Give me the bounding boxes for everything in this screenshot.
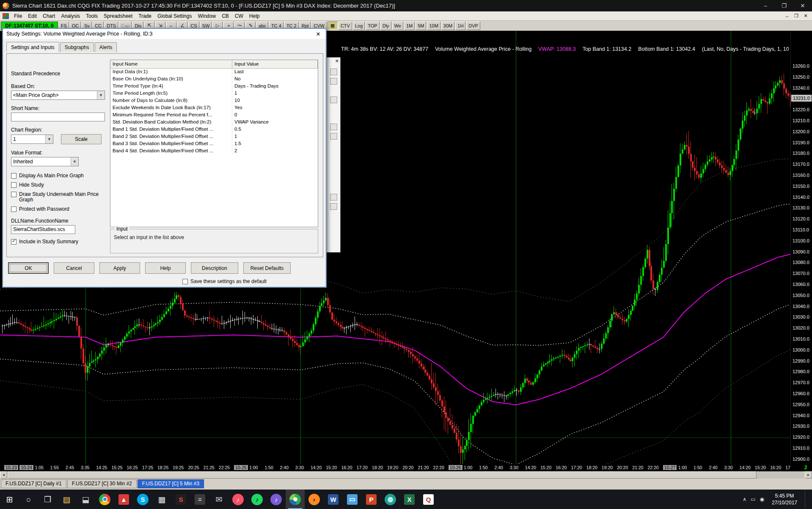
menu-item-global-settings[interactable]: Global Settings <box>154 12 195 20</box>
price-scale[interactable]: 13260.013250.013240.013230.013220.013210… <box>790 31 812 464</box>
taskbar-icon-chrome[interactable] <box>95 490 114 509</box>
close-button[interactable]: ✕ <box>793 0 812 11</box>
table-row[interactable]: Band 2 Std. Deviation Multiplier/Fixed O… <box>110 133 318 140</box>
help-button[interactable]: Help <box>145 262 186 274</box>
toolbar-button-item[interactable]: ▦ <box>328 22 338 30</box>
table-row[interactable]: Band 4 Std. Deviation Multiplier/Fixed O… <box>110 148 318 155</box>
tool-strip-button[interactable] <box>330 194 337 201</box>
dialog-title-bar[interactable]: Study Settings: Volume Weighted Average … <box>3 29 326 39</box>
toolbar-button-1m[interactable]: 1M <box>404 22 415 30</box>
checkbox-protect-with-password[interactable]: Protect with Password <box>11 206 109 212</box>
taskbar-icon-start[interactable]: ⊞ <box>0 490 19 509</box>
taskbar-icon-quora[interactable]: Q <box>419 490 438 509</box>
taskbar-icon-sheets-grid[interactable]: ▦ <box>152 490 171 509</box>
value-format-dropdown[interactable]: Inherited ▼ <box>11 157 79 166</box>
toolbar-button-we[interactable]: We <box>392 22 403 30</box>
taskbar-icon-word[interactable]: W <box>324 490 343 509</box>
taskbar-icon-pinned-app[interactable]: ▲ <box>114 490 133 509</box>
taskbar-icon-mail[interactable]: ✉ <box>209 490 228 509</box>
apply-button[interactable]: Apply <box>99 262 140 274</box>
mdi-restore-button[interactable]: ❐ <box>792 12 801 20</box>
checkbox-display-as-main-price-graph[interactable]: Display As Main Price Graph <box>11 173 109 179</box>
taskbar-icon-spotify[interactable]: ♪ <box>248 490 267 509</box>
reset-defaults-button[interactable]: Reset Defaults <box>243 262 291 274</box>
minimize-button[interactable]: – <box>756 0 775 11</box>
table-row[interactable]: Input Data (In:1)Last <box>110 69 318 76</box>
toolbar-button-log[interactable]: Log <box>353 22 365 30</box>
menu-item-edit[interactable]: Edit <box>25 12 40 20</box>
toolbar-button-10m[interactable]: 10M <box>427 22 440 30</box>
menu-item-cw[interactable]: CW <box>232 12 246 20</box>
menu-item-window[interactable]: Window <box>195 12 219 20</box>
tray-icon[interactable]: ◉ <box>760 496 764 502</box>
menu-item-file[interactable]: File <box>11 12 25 20</box>
cancel-button[interactable]: Cancel <box>54 262 94 274</box>
table-row[interactable]: Minimum Required Time Period as Percent … <box>110 112 318 119</box>
tool-strip-button[interactable] <box>330 124 337 130</box>
short-name-input[interactable] <box>11 113 105 121</box>
show-desktop-button[interactable] <box>805 490 807 509</box>
scrollbar-thumb[interactable] <box>8 471 757 479</box>
tool-window-close-icon[interactable]: ✕ <box>335 58 339 64</box>
dialog-close-icon[interactable]: ✕ <box>311 29 326 39</box>
tool-strip-button[interactable] <box>330 203 337 210</box>
toolbar-button-dly[interactable]: Dly <box>380 22 391 30</box>
based-on-dropdown[interactable]: <Main Price Graph> ▼ <box>11 91 105 100</box>
chart-region-dropdown[interactable]: 1 ▼ <box>11 135 53 144</box>
taskbar-icon-sierra-s[interactable]: S <box>171 490 190 509</box>
horizontal-scrollbar[interactable]: ◄ ► <box>0 471 812 479</box>
checkbox-hide-study[interactable]: Hide Study <box>11 182 109 188</box>
tool-strip-button[interactable] <box>330 78 337 85</box>
include-summary-checkbox[interactable]: Include in Study Summary <box>11 239 109 245</box>
dialog-tab-alerts[interactable]: Alerts <box>95 42 117 52</box>
column-header-input-name[interactable]: Input Name <box>110 60 232 68</box>
taskbar-icon-skype[interactable]: S <box>133 490 152 509</box>
table-row[interactable]: Band 1 Std. Deviation Multiplier/Fixed O… <box>110 126 318 133</box>
inputs-table-header[interactable]: Input Name Input Value <box>110 60 318 69</box>
table-row[interactable]: Time Period Type (In:4)Days - Trading Da… <box>110 83 318 90</box>
toolbar-button-30m[interactable]: 30M <box>441 22 454 30</box>
table-row[interactable]: Number of Days to Calculate (In:8)10 <box>110 97 318 105</box>
mdi-minimize-button[interactable]: – <box>782 12 792 20</box>
dll-function-input[interactable]: SierraChartStudies.scs <box>11 225 75 234</box>
dialog-tab-subgraphs[interactable]: Subgraphs <box>60 42 94 52</box>
menu-item-spreadsheet[interactable]: Spreadsheet <box>101 12 135 20</box>
taskbar-icon-file-explorer[interactable]: ▤ <box>57 490 76 509</box>
table-row[interactable]: Std. Deviation Band Calculation Method (… <box>110 119 318 126</box>
menu-item-trade[interactable]: Trade <box>135 12 154 20</box>
taskbar-icon-store[interactable]: ⬓ <box>76 490 95 509</box>
taskbar-icon-task-view[interactable]: ❒ <box>38 490 57 509</box>
tool-strip-button[interactable] <box>330 96 337 103</box>
table-row[interactable]: Exclude Weekends In Date Look Back (In:1… <box>110 105 318 112</box>
toolbar-button-dvp[interactable]: DVP <box>466 22 480 30</box>
menu-item-cb[interactable]: CB <box>219 12 232 20</box>
toolbar-button-5m[interactable]: 5M <box>416 22 426 30</box>
inputs-table[interactable]: Input Name Input Value Input Data (In:1)… <box>110 60 318 227</box>
scroll-right-arrow-icon[interactable]: ► <box>805 471 812 479</box>
mdi-close-button[interactable]: ✕ <box>801 12 810 20</box>
table-row[interactable]: Base On Underlying Data (In:10)No <box>110 76 318 83</box>
ok-button[interactable]: OK <box>8 262 49 274</box>
taskbar-icon-sierra-chart[interactable] <box>286 490 305 509</box>
taskbar-clock[interactable]: 5:45 PM 27/10/2017 <box>769 492 800 506</box>
toolbar-button-1h[interactable]: 1H <box>455 22 465 30</box>
taskbar-icon-maps-globe[interactable]: ◍ <box>381 490 400 509</box>
menu-item-help[interactable]: Help <box>246 12 263 20</box>
dialog-tab-settings-and-inputs[interactable]: Settings and Inputs <box>6 42 59 52</box>
description-button[interactable]: Description <box>191 262 238 274</box>
table-row[interactable]: Time Period Length (In:5)1 <box>110 90 318 97</box>
tray-icon[interactable]: ▭ <box>751 496 755 502</box>
taskbar-icon-remote-desktop[interactable]: ▭ <box>343 490 362 509</box>
taskbar-icon-cortana[interactable]: ○ <box>19 490 38 509</box>
taskbar-icon-apple-music[interactable]: ♪ <box>228 490 248 509</box>
save-default-checkbox[interactable]: Save these settings as the default <box>182 278 267 284</box>
checkbox-draw-study-underneath-main-price-graph[interactable]: Draw Study Underneath Main Price Graph <box>11 192 109 204</box>
taskbar-icon-calculator[interactable]: = <box>190 490 209 509</box>
chart-tab-f-us-ddz17-c-30-min-2[interactable]: F.US.DDZ17 [C] 30 Min #2 <box>67 479 137 488</box>
toolbar-button-top[interactable]: TOP <box>366 22 379 30</box>
menu-item-chart[interactable]: Chart <box>40 12 58 20</box>
tool-strip-button[interactable] <box>330 69 337 75</box>
taskbar-icon-firefox[interactable]: ◗ <box>305 490 324 509</box>
menu-item-analysis[interactable]: Analysis <box>58 12 83 20</box>
taskbar-icon-itunes[interactable]: ♪ <box>267 490 286 509</box>
